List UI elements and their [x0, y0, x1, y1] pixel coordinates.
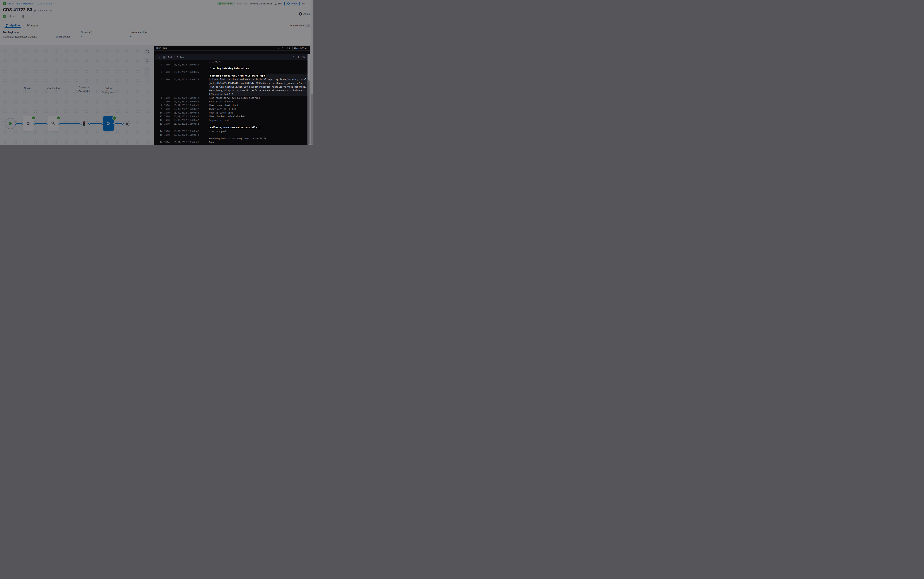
kebab-menu-icon[interactable]: ⋮ [307, 2, 310, 5]
connector-line [34, 123, 47, 124]
service-link[interactable]: s2 [81, 35, 92, 38]
log-scrollbar-thumb[interactable] [308, 80, 310, 145]
start-node[interactable] [5, 118, 16, 129]
execution-id: (Execution Id: 8) [34, 9, 52, 12]
environments-label: Environment(s) [130, 31, 147, 33]
console-view-button[interactable]: Console View [292, 46, 309, 50]
stage-duration: Duration: 22s [56, 36, 70, 38]
log-row: 3INFO15/09/2022 16:09:35 [155, 63, 307, 67]
log-row: 5INFO15/09/2022 16:09:35Did not find the… [155, 78, 307, 81]
end-node[interactable] [124, 121, 129, 126]
environment-icon [22, 15, 24, 18]
refresh-icon[interactable]: ⟳ [302, 2, 305, 5]
start-time-label: Start time [237, 2, 247, 5]
breadcrumb-project-link[interactable]: CFDs_Test [7, 2, 20, 5]
tab-pipeline[interactable]: Pipeline [5, 23, 20, 28]
page-title: CDS-41722-S3 [3, 7, 32, 12]
elapsed-time: 59s [274, 2, 282, 5]
scroll-up-icon[interactable]: ↑ [293, 56, 295, 59]
log-row: _achyuth/d605e19b46448ceaacb01fb4c19633a… [155, 81, 307, 85]
scroll-down-icon[interactable]: ↓ [297, 56, 300, 59]
resource-constraint-node[interactable] [83, 121, 85, 126]
log-row: 11INFO15/09/2022 16:09:42Chart bucket: a… [155, 114, 307, 118]
services-label: Service(s) [81, 31, 92, 33]
page-scrollbar[interactable] [311, 0, 313, 145]
execution-meta: ∞ ⚙ s2 e2, e1 [3, 15, 310, 18]
step-section-header[interactable]: ✓ Fetch Files ↑ ↓ 9s [155, 54, 307, 60]
tab-inputs[interactable]: Inputs [27, 23, 39, 28]
step-logs-panel: Step Logs Console View ✓ Fetch Files ↑ ↓ [154, 46, 310, 145]
harness-execution-page: ∞ CFDs_Test › Pipelines › CDS-41722-S3 ›… [0, 0, 313, 145]
log-row: 4INFO15/09/2022 16:09:35 [155, 70, 307, 74]
red-light-icon [84, 122, 85, 123]
log-row: Following were fetched successfully : [155, 126, 307, 129]
log-scrollbar[interactable] [307, 54, 310, 145]
chevron-right-icon: › [55, 2, 56, 5]
services-block: Service(s) s2 [81, 31, 92, 38]
breadcrumb-pipelines-link[interactable]: Pipelines [23, 2, 33, 5]
active-tab-underline [5, 27, 21, 28]
page-scrollbar-thumb[interactable] [311, 94, 313, 145]
environment-chip: e2, e1 [22, 15, 32, 18]
toggle-knob [306, 24, 308, 27]
eye-icon [287, 2, 290, 5]
tab-bar: Pipeline Inputs Console View [0, 23, 313, 28]
resource-constraint-node-label: Resource Constraint [75, 85, 93, 93]
zoom-out-button[interactable]: − [144, 72, 150, 78]
service-chip: ⚙ s2 [9, 15, 16, 18]
service-node-label: Service [20, 86, 36, 90]
log-row: Starting fetching Helm values [155, 67, 307, 70]
log-row: 13INFO15/09/2022 16:09:42 [155, 122, 307, 126]
log-panel-gap [154, 51, 310, 54]
user-menu[interactable]: Admin [299, 12, 310, 16]
rollout-success-icon: ✓ [113, 116, 116, 120]
infrastructure-icon [51, 121, 56, 126]
stop-icon [126, 123, 128, 125]
log-row: 12INFO15/09/2022 16:09:42Region: us-east… [155, 118, 307, 122]
status-badge: ✓ SUCCESS [217, 2, 234, 5]
infrastructure-node-label: Infrastructure [44, 86, 62, 90]
play-icon [10, 122, 12, 125]
step-log-section: ✓ Fetch Files ↑ ↓ 9s m goff/fo )3INFO15/… [155, 54, 307, 145]
connector-line [16, 123, 22, 124]
chevron-right-icon: › [34, 2, 35, 5]
title-row: CDS-41722-S3 (Execution Id: 8) [3, 7, 310, 12]
page-header: ∞ CFDs_Test › Pipelines › CDS-41722-S3 ›… [0, 0, 313, 23]
zoom-in-button[interactable]: + [144, 66, 150, 72]
stage-started: Started at: 15/09/2022, 16:09:27 [3, 36, 38, 38]
start-time-value: 15/09/2022 16:09:26 [250, 2, 272, 5]
chevron-down-icon[interactable] [158, 56, 160, 58]
log-body[interactable]: m goff/fo )3INFO15/09/2022 16:09:35Start… [155, 60, 307, 145]
selection-icon [146, 59, 149, 62]
log-row: -out/darwin-fastbuild/bin/260-delegate/e… [155, 85, 307, 89]
selection-mode-button[interactable] [144, 58, 150, 64]
harness-cd-icon: ∞ [3, 15, 6, 18]
log-row: 14INFO15/09/2022 16:09:42- values.yaml [155, 129, 307, 133]
log-row: Fetching values.yaml from helm chart rep… [155, 74, 307, 78]
open-in-new-icon[interactable] [287, 47, 290, 49]
log-row: 8INFO15/09/2022 16:09:42Chart name: test… [155, 103, 307, 107]
log-row: 15INFO15/09/2022 16:09:42 [155, 133, 307, 137]
infrastructure-success-icon: ✓ [57, 116, 60, 120]
log-row: 16INFO15/09/2022 16:09:42Done. [155, 141, 307, 144]
log-row: repository/helm/source/93602db7-89f2-317… [155, 89, 307, 92]
fullscreen-icon [146, 51, 149, 53]
view-button[interactable]: View [284, 1, 300, 6]
step-logs-title: Step Logs [156, 47, 167, 49]
log-row: m goff/fo ) [155, 61, 307, 63]
log-row: t/test-chart/0.1.0 [155, 92, 307, 96]
log-row: 7INFO15/09/2022 16:09:42Base Path: chart… [155, 100, 307, 103]
zoom-controls: + − [144, 66, 150, 78]
console-view-toggle[interactable] [305, 24, 310, 27]
connector-line [90, 123, 102, 124]
search-icon[interactable] [278, 47, 280, 49]
expand-icon[interactable] [282, 47, 285, 49]
fit-to-screen-button[interactable] [144, 49, 150, 54]
breadcrumb-pipeline-link[interactable]: CDS-41722-S3 [37, 2, 54, 5]
check-icon: ✓ [219, 2, 221, 5]
step-success-icon: ✓ [163, 56, 166, 59]
environment-link[interactable]: e1 [130, 35, 147, 38]
log-row: Fetching helm values completed successfu… [155, 137, 307, 141]
log-row: 6INFO15/09/2022 16:09:42Helm repository:… [155, 96, 307, 100]
log-row: 10INFO15/09/2022 16:09:42Helm version: V… [155, 111, 307, 114]
